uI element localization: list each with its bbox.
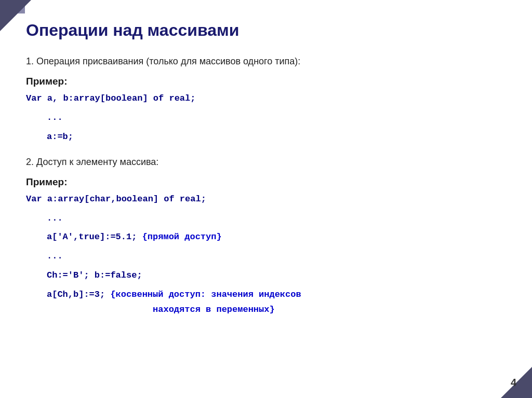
section-2-code-line-2: ... (47, 211, 506, 226)
page-title: Операции над массивами (26, 21, 506, 40)
section-1-example-label: Пример: (26, 76, 506, 87)
section-1-code-line-2: ... (47, 111, 506, 126)
section-1: 1. Операция присваивания (только для мас… (26, 54, 506, 145)
section-2-heading: 2. Доступ к элементу массива: (26, 155, 506, 169)
section-1-code-line-3: a:=b; (47, 130, 506, 145)
section-1-code-line-1: Var a, b:array[boolean] of real; (26, 91, 506, 106)
section-1-heading: 1. Операция присваивания (только для мас… (26, 54, 506, 68)
section-2-example-label: Пример: (26, 176, 506, 188)
comment-direct-access: {прямой доступ} (137, 232, 221, 242)
corner-bottom-right (501, 367, 532, 398)
section-2-code-line-4: ... (47, 249, 506, 264)
slide-container: Операции над массивами 1. Операция присв… (0, 0, 532, 398)
page-number: 4 (511, 377, 516, 389)
section-2-code-line-6: a[Ch,b]:=3; {косвенный доступ: значения … (47, 287, 506, 318)
section-2-code-line-1: Var a:array[char,boolean] of real; (26, 192, 506, 207)
section-2: 2. Доступ к элементу массива: Пример: Va… (26, 155, 506, 318)
section-2-code-line-3: a['A',true]:=5.1; {прямой доступ} (47, 230, 506, 245)
section-2-code-line-5: Ch:='B'; b:=false; (47, 268, 506, 283)
